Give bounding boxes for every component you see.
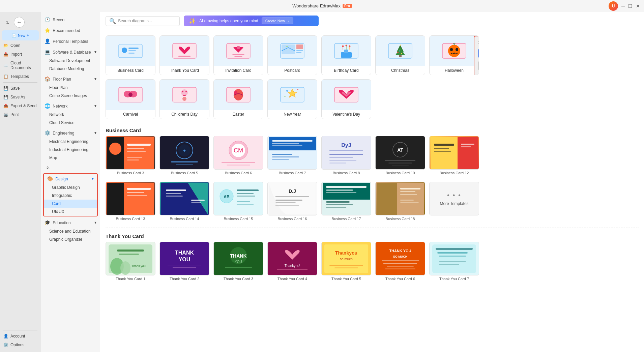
sub-item-graphic-org[interactable]: Graphic Organizer xyxy=(41,235,100,243)
sub-item-cloud-service[interactable]: Cloud Service xyxy=(41,119,100,127)
svg-rect-102 xyxy=(461,144,474,145)
create-new-button[interactable]: Create New xyxy=(478,49,479,58)
section-recent-header[interactable]: 🕐 Recent xyxy=(41,15,100,24)
window-controls: U ─ ❐ ✕ xyxy=(609,1,640,11)
search-input[interactable] xyxy=(118,19,176,23)
category-card-birthday[interactable]: Birthday Card xyxy=(321,35,371,75)
category-card-postcard[interactable]: Postcard xyxy=(267,35,317,75)
template-card-bc8[interactable]: DyJ Business Card 8 xyxy=(321,136,371,176)
sidebar-item-print[interactable]: 🖨️ Print xyxy=(0,110,41,119)
template-card-bc17[interactable]: Business Card 17 xyxy=(321,182,371,222)
section-network-header[interactable]: 🌐 Network ▾ xyxy=(41,101,100,111)
sub-item-crime[interactable]: Crime Scene Images xyxy=(41,92,100,100)
sidebar-item-cloud[interactable]: ☁️ Cloud Documents xyxy=(0,59,41,72)
template-card-bc3[interactable]: Business Card 3 xyxy=(106,136,155,176)
sidebar-item-saveas[interactable]: 💾 Save As xyxy=(0,93,41,101)
svg-rect-81 xyxy=(272,154,292,155)
template-card-bc7[interactable]: Business Card 7 xyxy=(267,136,317,176)
sidebar-item-templates[interactable]: 📋 Templates xyxy=(0,72,41,81)
section-floorplan: 🏠 Floor Plan ▾ Floor Plan Crime Scene Im… xyxy=(41,74,100,100)
sidebar-item-account[interactable]: 👤 Account xyxy=(0,332,41,341)
category-card-halloween[interactable]: Halloween 3. Create New See templates Ha… xyxy=(429,35,479,75)
sidebar-item-import[interactable]: 📥 Import xyxy=(0,50,41,59)
template-card-bc5[interactable]: ✦ Business Card 5 xyxy=(159,136,209,176)
section-engineering-header[interactable]: ⚙️ Engineering ▾ xyxy=(41,128,100,138)
template-card-ty2[interactable]: THANK YOU Thank You Card 2 xyxy=(159,242,209,282)
template-card-ty3[interactable]: THANK YOU Thank You Card 3 xyxy=(213,242,263,282)
template-card-ty1[interactable]: Thank you! Thank You Card 1 xyxy=(106,242,155,282)
sub-item-database[interactable]: Database Modeling xyxy=(41,65,100,73)
category-card-business-card[interactable]: Business Card xyxy=(106,35,155,75)
category-card-christmas[interactable]: Christmas xyxy=(375,35,425,75)
category-card-thank-you[interactable]: Thank You Card xyxy=(159,35,209,75)
sub-item-graphic-design[interactable]: Graphic Design xyxy=(44,183,97,192)
template-card-bc10[interactable]: AT Business Card 10 xyxy=(375,136,425,176)
section-education: 🎓 Education ▾ Science and Education Grap… xyxy=(41,218,100,243)
sub-item-science[interactable]: Science and Education xyxy=(41,227,100,235)
template-card-ty7[interactable]: Thank You Card 7 xyxy=(429,242,479,282)
svg-rect-108 xyxy=(127,195,147,196)
sub-item-software-dev[interactable]: Software Development xyxy=(41,57,100,65)
sidebar-item-open[interactable]: 📂 Open xyxy=(0,41,41,50)
template-card-ty4[interactable]: Thankyou! Thank You Card 4 xyxy=(267,242,317,282)
minimize-button[interactable]: ─ xyxy=(621,3,625,9)
category-card-newyear[interactable]: New Year xyxy=(267,79,317,119)
svg-rect-103 xyxy=(461,146,471,147)
sub-item-map[interactable]: Map xyxy=(41,154,100,162)
cloud-icon: ☁️ xyxy=(3,63,8,68)
sidebar-item-options[interactable]: ⚙️ Options xyxy=(0,341,41,349)
svg-rect-79 xyxy=(272,143,299,144)
category-card-valentine[interactable]: Valentine's Day xyxy=(321,79,371,119)
sub-item-infographic[interactable]: Infographic xyxy=(44,192,97,200)
category-card-invitation[interactable]: Invitation Card xyxy=(213,35,263,75)
sub-item-network[interactable]: Network xyxy=(41,111,100,119)
svg-rect-111 xyxy=(166,189,186,191)
category-card-childrens[interactable]: Children's Day xyxy=(159,79,209,119)
back-button[interactable]: ← xyxy=(14,17,25,28)
section-design-header[interactable]: 🎨 Design ▾ xyxy=(44,174,97,183)
open-icon: 📂 xyxy=(3,43,8,48)
sidebar-item-export[interactable]: 📤 Export & Send xyxy=(0,101,41,110)
create-now-button[interactable]: Create Now → xyxy=(262,18,293,24)
section-recommended-header[interactable]: ⭐ Recommended xyxy=(41,26,100,35)
section-education-header[interactable]: 🎓 Education ▾ xyxy=(41,218,100,227)
sidebar-item-new[interactable]: 📄 New + xyxy=(2,30,39,40)
sub-item-card[interactable]: Card xyxy=(44,200,97,208)
template-card-bc13[interactable]: Business Card 13 xyxy=(106,182,155,222)
sub-item-electrical[interactable]: Electrical Engineering xyxy=(41,138,100,146)
sub-item-uiux[interactable]: UI&UX xyxy=(44,208,97,216)
sub-item-floorplan[interactable]: Floor Plan xyxy=(41,84,100,92)
template-card-ty6[interactable]: THANK YOU SO MUCH Thank You Card 6 xyxy=(375,242,425,282)
template-card-bc12[interactable]: Business Card 12 xyxy=(429,136,479,176)
template-card-ty5[interactable]: Thankyou so much Thank You Card 5 xyxy=(321,242,371,282)
svg-rect-28 xyxy=(399,55,402,57)
category-card-carnival[interactable]: Carnival xyxy=(106,79,155,119)
close-button[interactable]: ✕ xyxy=(636,3,640,9)
category-img-newyear xyxy=(268,80,317,110)
user-avatar[interactable]: U xyxy=(609,1,618,11)
category-card-easter[interactable]: Easter xyxy=(213,79,263,119)
search-box[interactable]: 🔍 xyxy=(106,16,180,26)
sidebar-item-save[interactable]: 💾 Save xyxy=(0,84,41,93)
svg-text:AT: AT xyxy=(397,147,403,153)
sub-item-industrial[interactable]: Industrial Engineering xyxy=(41,146,100,154)
svg-rect-105 xyxy=(107,183,124,215)
section-floorplan-header[interactable]: 🏠 Floor Plan ▾ xyxy=(41,74,100,84)
template-card-bc18[interactable]: Business Card 18 xyxy=(375,182,425,222)
svg-rect-14 xyxy=(296,50,303,51)
template-card-bc6[interactable]: CM Business Card 6 xyxy=(213,136,263,176)
svg-point-29 xyxy=(397,52,399,53)
svg-rect-131 xyxy=(323,183,370,200)
template-card-bc15[interactable]: AB Business Card 15 xyxy=(213,182,263,222)
category-grid-row1: Business Card Thank You Card xyxy=(100,30,644,78)
section-software-header[interactable]: 💻 Software & Database ▾ xyxy=(41,47,100,57)
maximize-button[interactable]: ❐ xyxy=(628,3,633,9)
template-card-bc16[interactable]: D.J Business Card 16 xyxy=(267,182,317,222)
section-personal-header[interactable]: 👤 Personal Templates xyxy=(41,36,100,46)
svg-rect-136 xyxy=(326,204,353,205)
category-label-christmas: Christmas xyxy=(376,66,425,75)
see-templates-button[interactable]: See templates xyxy=(478,61,479,71)
template-card-more[interactable]: • • • More Templates More xyxy=(429,182,479,222)
svg-rect-184 xyxy=(439,264,459,265)
template-card-bc14[interactable]: Business Card 14 xyxy=(159,182,209,222)
